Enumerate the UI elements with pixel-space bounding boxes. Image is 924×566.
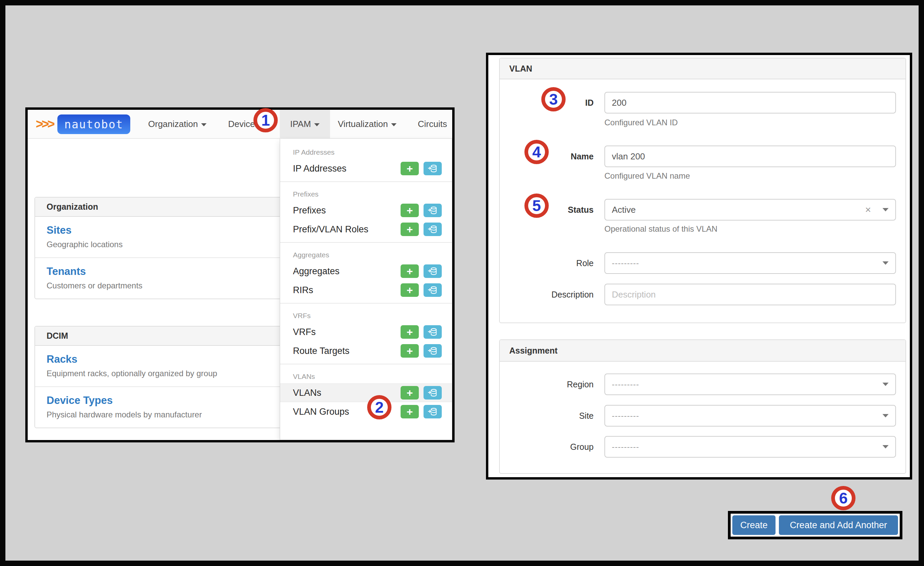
import-button[interactable] bbox=[423, 162, 442, 175]
plus-icon: + bbox=[406, 326, 413, 338]
import-button[interactable] bbox=[423, 204, 442, 217]
add-button[interactable]: + bbox=[400, 283, 419, 297]
add-button[interactable]: + bbox=[400, 162, 419, 175]
menu-item-route-targets[interactable]: Route Targets + bbox=[280, 342, 452, 360]
id-help-text: Configured VLAN ID bbox=[604, 118, 678, 127]
nautobot-logo[interactable]: nautobot bbox=[57, 114, 130, 134]
menu-item-aggregates[interactable]: Aggregates + bbox=[280, 262, 452, 281]
annotation-circle-1: 1 bbox=[254, 108, 278, 132]
role-select[interactable]: --------- bbox=[604, 252, 896, 274]
site-select[interactable]: --------- bbox=[604, 405, 896, 426]
menu-section-header: IP Addresses bbox=[280, 143, 452, 159]
plus-icon: + bbox=[406, 163, 413, 175]
assignment-panel: Assignment Region --------- Site -------… bbox=[499, 339, 906, 474]
caret-down-icon bbox=[882, 208, 889, 211]
annotation-circle-5: 5 bbox=[524, 194, 549, 218]
menu-item-vlan-groups[interactable]: VLAN Groups + bbox=[280, 402, 452, 421]
menu-item-label: RIRs bbox=[293, 285, 396, 295]
menu-divider bbox=[280, 303, 452, 304]
create-and-add-another-button[interactable]: Create and Add Another bbox=[779, 515, 898, 535]
database-import-icon bbox=[428, 388, 438, 398]
caret-down-icon bbox=[201, 123, 207, 126]
group-selected-value: --------- bbox=[612, 442, 882, 452]
action-buttons-annotation-frame: Create Create and Add Another bbox=[728, 511, 902, 539]
nav-item-label: IPAM bbox=[290, 119, 311, 129]
database-import-icon bbox=[428, 205, 438, 215]
menu-item-rirs[interactable]: RIRs + bbox=[280, 281, 452, 300]
import-button[interactable] bbox=[423, 344, 442, 358]
menu-item-vrfs[interactable]: VRFs + bbox=[280, 322, 452, 342]
menu-item-label: IP Addresses bbox=[293, 163, 396, 174]
nautobot-nav-screenshot: >>> nautobot Organization Devices IPAM V… bbox=[25, 107, 454, 443]
annotation-number: 6 bbox=[839, 489, 848, 507]
group-label: Group bbox=[502, 436, 594, 458]
annotation-number: 4 bbox=[532, 143, 541, 161]
annotation-number: 5 bbox=[532, 197, 541, 215]
ipam-dropdown-menu: IP Addresses IP Addresses + Prefixes Pre… bbox=[280, 139, 452, 440]
panel-heading: Assignment bbox=[500, 340, 906, 362]
annotation-circle-3: 3 bbox=[541, 87, 566, 111]
nav-item-ipam[interactable]: IPAM bbox=[280, 110, 330, 138]
region-select[interactable]: --------- bbox=[604, 373, 896, 395]
menu-item-label: Aggregates bbox=[293, 266, 396, 277]
add-button[interactable]: + bbox=[400, 223, 419, 236]
database-import-icon bbox=[428, 224, 438, 234]
clear-selection-icon[interactable]: × bbox=[865, 205, 871, 215]
annotated-tutorial-canvas: >>> nautobot Organization Devices IPAM V… bbox=[0, 0, 924, 566]
name-help-text: Configured VLAN name bbox=[604, 171, 690, 181]
role-selected-value: --------- bbox=[612, 258, 882, 268]
database-import-icon bbox=[428, 346, 438, 356]
caret-down-icon bbox=[314, 123, 320, 126]
description-field[interactable] bbox=[604, 284, 896, 305]
add-button[interactable]: + bbox=[400, 265, 419, 278]
plus-icon: + bbox=[406, 387, 413, 399]
create-button[interactable]: Create bbox=[732, 515, 776, 535]
import-button[interactable] bbox=[423, 386, 442, 399]
plus-icon: + bbox=[406, 223, 413, 235]
region-selected-value: --------- bbox=[612, 379, 882, 389]
plus-icon: + bbox=[406, 284, 413, 296]
menu-section-header: VLANs bbox=[280, 368, 452, 383]
add-button[interactable]: + bbox=[400, 405, 419, 418]
status-select[interactable]: Active × bbox=[604, 199, 896, 221]
menu-item-prefixes[interactable]: Prefixes + bbox=[280, 201, 452, 220]
menu-item-ip-addresses[interactable]: IP Addresses + bbox=[280, 159, 452, 178]
nav-item-label: Virtualization bbox=[338, 119, 388, 129]
add-button[interactable]: + bbox=[400, 325, 419, 339]
nav-item-circuits[interactable]: Circuits bbox=[418, 110, 447, 138]
menu-item-vlans[interactable]: VLANs + bbox=[280, 383, 452, 402]
plus-icon: + bbox=[406, 406, 413, 418]
menu-section-header: Prefixes bbox=[280, 185, 452, 201]
menu-item-label: Prefix/VLAN Roles bbox=[293, 224, 396, 235]
menu-item-prefix-vlan-roles[interactable]: Prefix/VLAN Roles + bbox=[280, 220, 452, 239]
site-selected-value: --------- bbox=[612, 411, 882, 420]
nav-item-organization[interactable]: Organization bbox=[148, 110, 207, 138]
import-button[interactable] bbox=[423, 325, 442, 339]
import-button[interactable] bbox=[423, 405, 442, 418]
caret-down-icon bbox=[391, 123, 396, 126]
menu-section-header: VRFs bbox=[280, 307, 452, 322]
nav-item-virtualization[interactable]: Virtualization bbox=[338, 110, 396, 138]
add-button[interactable]: + bbox=[400, 344, 419, 358]
menu-item-label: Route Targets bbox=[293, 346, 396, 356]
menu-section-header: Aggregates bbox=[280, 246, 452, 262]
add-button[interactable]: + bbox=[400, 204, 419, 217]
add-button[interactable]: + bbox=[400, 386, 419, 399]
nav-item-label: Organization bbox=[148, 119, 198, 129]
role-label: Role bbox=[502, 252, 594, 274]
import-button[interactable] bbox=[423, 265, 442, 278]
database-import-icon bbox=[428, 327, 438, 337]
menu-divider bbox=[280, 364, 452, 364]
import-button[interactable] bbox=[423, 223, 442, 236]
annotation-circle-4: 4 bbox=[524, 140, 549, 164]
group-select[interactable]: --------- bbox=[604, 436, 896, 458]
name-field[interactable] bbox=[604, 146, 896, 167]
database-import-icon bbox=[428, 285, 438, 295]
panel-heading: VLAN bbox=[500, 59, 906, 79]
nav-item-label: Circuits bbox=[418, 119, 447, 129]
database-import-icon bbox=[428, 406, 438, 417]
import-button[interactable] bbox=[423, 283, 442, 297]
status-selected-value: Active bbox=[612, 205, 865, 215]
annotation-circle-6: 6 bbox=[831, 486, 855, 510]
id-field[interactable] bbox=[604, 92, 896, 113]
